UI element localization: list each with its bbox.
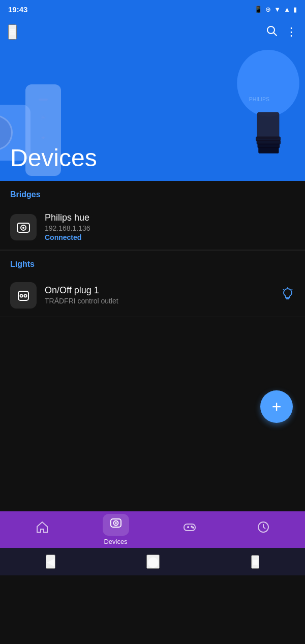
- light-action-icon[interactable]: [281, 287, 295, 304]
- bulb-svg: PHILIPS: [214, 39, 305, 181]
- add-fab[interactable]: +: [260, 390, 293, 423]
- bridge-item-philips-hue[interactable]: Philips hue 192.168.1.136 Connected: [0, 204, 305, 250]
- back-button[interactable]: ◀: [46, 555, 55, 569]
- svg-point-22: [115, 522, 117, 524]
- fab-plus-icon: +: [272, 398, 282, 415]
- svg-rect-7: [258, 147, 279, 154]
- games-icon: [183, 520, 196, 537]
- lights-section-label: Lights: [0, 251, 305, 274]
- nav-item-schedule[interactable]: [226, 520, 300, 539]
- status-icons: 📱 ⊕ ▼ ▲ ▮: [254, 6, 297, 13]
- lamp-icon: [281, 287, 295, 301]
- bridge-ip: 192.168.1.136: [45, 224, 295, 232]
- status-bar: 19:43 📱 ⊕ ▼ ▲ ▮: [0, 0, 305, 18]
- nav-item-home[interactable]: [5, 520, 79, 539]
- svg-point-14: [24, 295, 27, 297]
- schedule-icon: [257, 520, 270, 537]
- bridge-name: Philips hue: [45, 212, 295, 223]
- header-actions: ⋮: [265, 24, 297, 40]
- svg-point-13: [20, 295, 23, 297]
- light-subtitle: TRÅDFRI control outlet: [45, 297, 281, 305]
- remote-sun-icon: ✳: [40, 113, 46, 121]
- wifi-icon: ▼: [274, 6, 281, 13]
- bridge-info: Philips hue 192.168.1.136 Connected: [45, 212, 295, 241]
- light-icon-wrap: [10, 282, 37, 309]
- light-item-plug1[interactable]: On/Off plug 1 TRÅDFRI control outlet: [0, 274, 305, 317]
- bridges-section-label: Bridges: [0, 181, 305, 204]
- scroll-area: Bridges Philips hue 192.168.1.136 Connec…: [0, 181, 305, 435]
- devices-icon: [109, 518, 123, 533]
- menu-button[interactable]: ≡: [8, 24, 17, 40]
- home-system-button[interactable]: ⬤: [146, 555, 160, 569]
- bridge-icon-wrap: [10, 214, 37, 240]
- svg-line-19: [283, 289, 284, 290]
- remote-star-icon: ✦: [40, 134, 46, 142]
- bluetooth-icon: ⊕: [265, 6, 271, 13]
- home-icon: [36, 520, 49, 537]
- devices-nav-active-wrap: [103, 514, 129, 536]
- sim-icon: 📱: [254, 6, 262, 13]
- bulb-image: PHILIPS: [214, 39, 305, 181]
- remote-btn-1: [39, 99, 48, 101]
- bridge-device-icon: [15, 219, 32, 235]
- header-banner: ≡ ⋮ ✳ ✦: [0, 18, 305, 181]
- svg-line-18: [292, 289, 293, 290]
- svg-point-2: [237, 50, 299, 116]
- light-name: On/Off plug 1: [45, 285, 281, 296]
- search-button[interactable]: [265, 24, 278, 40]
- more-button[interactable]: ⋮: [286, 25, 297, 39]
- signal-icon: ▲: [284, 6, 290, 13]
- recents-button[interactable]: ■: [251, 555, 259, 569]
- status-time: 19:43: [8, 5, 27, 14]
- page-title: Devices: [10, 144, 97, 172]
- svg-line-30: [263, 527, 265, 529]
- svg-point-11: [22, 227, 24, 229]
- svg-line-1: [274, 33, 277, 36]
- nav-item-games[interactable]: [152, 520, 226, 539]
- svg-rect-3: [257, 112, 280, 139]
- svg-point-26: [191, 526, 192, 527]
- light-info: On/Off plug 1 TRÅDFRI control outlet: [45, 285, 281, 306]
- plug-device-icon: [15, 287, 32, 303]
- bottom-nav: Devices: [0, 511, 305, 548]
- nav-item-devices[interactable]: Devices: [79, 514, 152, 545]
- svg-text:PHILIPS: PHILIPS: [249, 96, 269, 102]
- devices-nav-label: Devices: [104, 538, 127, 545]
- system-nav-bar: ◀ ⬤ ■: [0, 548, 305, 575]
- battery-icon: ▮: [293, 6, 297, 13]
- bridge-status: Connected: [45, 233, 295, 241]
- svg-point-27: [193, 527, 194, 528]
- content-area: Bridges Philips hue 192.168.1.136 Connec…: [0, 181, 305, 511]
